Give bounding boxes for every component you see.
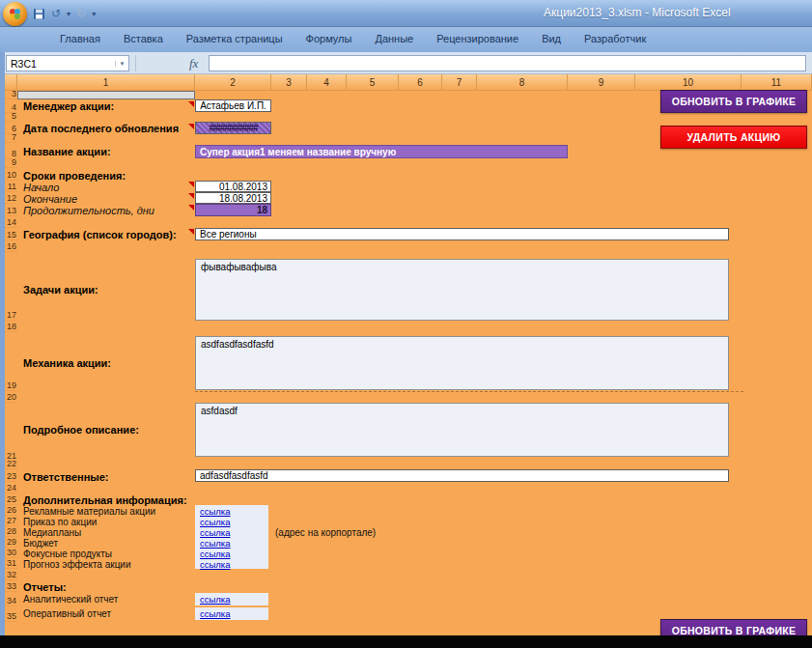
fx-icon[interactable]: fx <box>189 56 198 71</box>
window-left-border <box>0 52 5 635</box>
column-header-8[interactable]: 8 <box>477 74 568 91</box>
name-box[interactable]: R3C1 ▼ <box>6 55 129 71</box>
column-header-7[interactable]: 7 <box>442 74 477 91</box>
column-header-10[interactable]: 10 <box>635 74 742 91</box>
tab-review[interactable]: Рецензирование <box>425 27 530 52</box>
row-header-33[interactable]: 33 <box>5 580 17 592</box>
row-header-11[interactable]: 11 <box>5 181 17 192</box>
hyperlink-operational-report[interactable]: ссылка <box>200 608 231 619</box>
row-header-16[interactable]: 16 <box>5 240 17 252</box>
formula-bar-divider <box>135 55 136 71</box>
row-header-12[interactable]: 12 <box>5 192 17 204</box>
responsible-cell[interactable]: adfasdfasdfasfd <box>195 469 729 482</box>
save-icon[interactable] <box>33 8 45 20</box>
reports-header: Отчеты: <box>23 581 67 593</box>
hyperlink-order[interactable]: ссылка <box>200 517 231 527</box>
comment-indicator <box>188 205 194 211</box>
tab-developer[interactable]: Разработчик <box>573 27 658 52</box>
row-header-34[interactable]: 34 <box>5 592 17 606</box>
column-header-4[interactable]: 4 <box>307 74 347 91</box>
duration-cell[interactable]: 18 <box>195 204 271 216</box>
row-header-27[interactable]: 27 <box>5 516 17 526</box>
title-bar: ↺ ▾ ↻ ▾ Акции2013_3.xlsm - Microsoft Exc… <box>0 0 812 27</box>
row-header-31[interactable]: 31 <box>5 558 17 569</box>
comment-indicator <box>188 182 194 187</box>
geography-cell[interactable]: Все регионы <box>195 228 729 240</box>
row-header-14[interactable]: 14 <box>5 216 17 228</box>
row-header-7[interactable]: 7 <box>5 134 17 143</box>
hyperlink-effect-forecast[interactable]: ссылка <box>200 559 231 570</box>
promo-name-cell[interactable]: Супер акция1 меняем название вручную <box>195 145 568 158</box>
row-header-24[interactable]: 24 <box>5 482 17 493</box>
mechanics-cell[interactable]: asdfasdfasdfasfd <box>195 336 729 390</box>
row-header-19[interactable]: 19 <box>5 332 17 391</box>
row-header-22[interactable]: 22 <box>5 462 17 469</box>
name-box-dropdown-icon[interactable]: ▼ <box>115 61 128 67</box>
redo-icon[interactable]: ↻ <box>76 8 86 19</box>
window-bottom-edge <box>0 635 812 648</box>
column-header-3[interactable]: 3 <box>271 74 307 91</box>
extra-link-label: Бюджет <box>23 538 58 549</box>
manager-cell[interactable]: Астафьев И.П. <box>195 99 271 112</box>
row-header-3[interactable]: 3 <box>5 91 17 99</box>
hyperlink-analytic-report[interactable]: ссылка <box>200 594 231 605</box>
tab-view[interactable]: Вид <box>530 27 573 52</box>
dates-header: Сроки проведения: <box>23 170 126 182</box>
row-header-30[interactable]: 30 <box>5 548 17 558</box>
row-header-23[interactable]: 23 <box>5 469 17 482</box>
active-cell[interactable] <box>17 91 195 99</box>
end-date-cell[interactable]: 18.08.2013 <box>195 192 271 204</box>
row-header-17[interactable]: 17 <box>5 252 17 321</box>
row-header-20[interactable]: 20 <box>5 391 17 403</box>
additional-info-header: Дополнительная информация: <box>23 494 187 506</box>
qat-customize-icon[interactable]: ▾ <box>92 10 96 18</box>
column-header-2[interactable]: 2 <box>195 74 271 91</box>
row-header-29[interactable]: 29 <box>5 537 17 548</box>
undo-dropdown-icon[interactable]: ▾ <box>67 10 70 18</box>
row-header-5[interactable]: 5 <box>5 113 17 122</box>
row-header-18[interactable]: 18 <box>5 321 17 332</box>
hyperlink-mediaplans[interactable]: ссылка <box>200 527 231 538</box>
column-header-9[interactable]: 9 <box>568 74 635 91</box>
row-header-32[interactable]: 32 <box>5 569 17 580</box>
row-header-15[interactable]: 15 <box>5 228 17 240</box>
start-label: Начало <box>23 182 59 193</box>
column-header-6[interactable]: 6 <box>399 74 442 91</box>
comment-indicator <box>188 193 194 199</box>
hyperlink-focus-products[interactable]: ссылка <box>200 549 231 559</box>
start-date-cell[interactable]: 01.08.2013 <box>195 181 271 192</box>
formula-bar: R3C1 ▼ fx <box>0 52 812 74</box>
hyperlink-budget[interactable]: ссылка <box>200 538 231 549</box>
hyperlink-ad-materials[interactable]: ссылка <box>200 506 231 517</box>
tasks-cell[interactable]: фывафывафыва <box>195 259 729 321</box>
formula-input[interactable] <box>209 55 806 71</box>
row-header-28[interactable]: 28 <box>5 526 17 537</box>
tab-page-layout[interactable]: Разметка страницы <box>175 27 294 52</box>
column-header-11[interactable]: 11 <box>742 74 812 91</box>
manager-label: Менеджер акции: <box>23 100 114 112</box>
extra-link-label: Прогноз эффекта акции <box>23 559 131 570</box>
row-header-25[interactable]: 25 <box>5 493 17 505</box>
row-header-9[interactable]: 9 <box>5 159 17 168</box>
undo-icon[interactable]: ↺ <box>51 8 61 19</box>
column-header-1[interactable]: 1 <box>17 74 195 91</box>
tab-formulas[interactable]: Формулы <box>294 27 364 52</box>
last-updated-cell[interactable]: ########### <box>195 122 271 134</box>
row-header-21[interactable]: 21 <box>5 403 17 462</box>
row-header-35[interactable]: 35 <box>5 606 17 622</box>
office-logo-icon <box>9 8 21 20</box>
update-in-chart-button-top[interactable]: ОБНОВИТЬ В ГРАФИКЕ <box>660 90 807 113</box>
ribbon-tab-strip: Главная Вставка Разметка страницы Формул… <box>0 27 812 52</box>
column-header-5[interactable]: 5 <box>347 74 399 91</box>
tab-home[interactable]: Главная <box>48 27 112 52</box>
row-header-26[interactable]: 26 <box>5 505 17 516</box>
end-label: Окончание <box>23 193 77 205</box>
tab-insert[interactable]: Вставка <box>112 27 175 52</box>
row-header-10[interactable]: 10 <box>5 168 17 181</box>
tab-data[interactable]: Данные <box>363 27 425 52</box>
office-button[interactable] <box>3 2 27 26</box>
row-header-13[interactable]: 13 <box>5 204 17 216</box>
description-cell[interactable]: asfdasdf <box>195 403 729 457</box>
delete-promo-button[interactable]: УДАЛИТЬ АКЦИЮ <box>660 126 807 149</box>
excel-window: ↺ ▾ ↻ ▾ Акции2013_3.xlsm - Microsoft Exc… <box>0 0 812 648</box>
